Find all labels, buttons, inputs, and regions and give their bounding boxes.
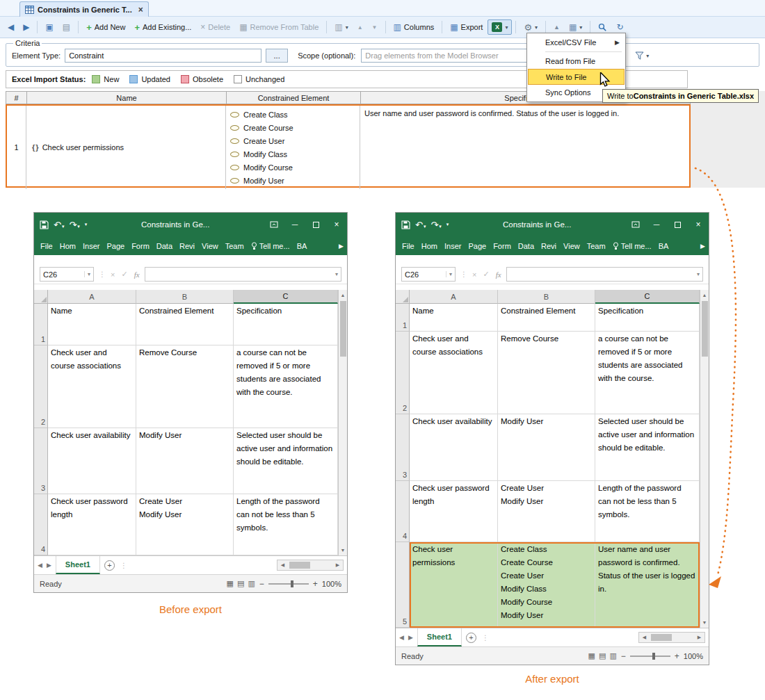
cell-b3[interactable]: Modify User [136,428,234,494]
ribbon-tab-formulas[interactable]: Form [490,242,515,250]
column-header-a[interactable]: A [48,290,136,304]
scrollbar-thumb[interactable] [651,634,672,641]
cell-c3[interactable]: Selected user should be active user and … [234,428,338,494]
move-up-button[interactable]: ▲ [353,22,367,33]
row-header[interactable]: 1 [34,304,48,345]
row-header[interactable]: 2 [34,345,48,428]
cell-c2[interactable]: a course can not be removed if 5 or more… [595,332,700,414]
row-header[interactable]: 2 [396,332,410,414]
back-button[interactable]: ◀ [3,20,18,34]
select-all-corner[interactable] [396,290,410,304]
zoom-percent[interactable]: 100% [322,580,341,588]
ribbon-tab-view[interactable]: View [198,242,222,250]
ribbon-tab-insert[interactable]: Inser [79,242,103,250]
zoom-out-button[interactable]: − [259,579,264,589]
row-header[interactable]: 5 [396,542,410,628]
row-header[interactable]: 4 [396,481,410,542]
cell-a1[interactable]: Name [410,304,498,332]
constrained-element-item[interactable]: Modify Class [230,147,355,161]
scrollbar-thumb[interactable] [340,301,346,357]
cell-a4[interactable]: Check user password length [410,481,498,542]
constrained-element-item[interactable]: Create Course [230,121,355,134]
menu-item-excel-csv-file[interactable]: Excel/CSV File▶ [528,35,625,50]
move-down-button[interactable]: ▼ [368,22,382,33]
columns-button[interactable]: ▥Columns [389,20,439,34]
save-icon[interactable] [40,220,49,229]
cell-a2[interactable]: Check user and course associations [410,332,498,414]
cancel-icon[interactable]: × [472,270,476,279]
column-header-name[interactable]: Name [27,92,227,104]
zoom-slider-thumb[interactable] [291,580,293,587]
row-number-cell[interactable]: 1 [7,106,26,189]
add-existing-button[interactable]: +Add Existing... [130,20,195,35]
enter-icon[interactable]: ✓ [121,270,127,279]
constrained-element-item[interactable]: Modify User [230,174,355,187]
column-header-a[interactable]: A [410,290,498,304]
ribbon-tab-view[interactable]: View [560,242,583,250]
zoom-out-button[interactable]: − [621,651,626,661]
remove-from-table-button[interactable]: ▦Remove From Table [235,20,323,34]
filter-button[interactable]: ▾ [635,51,649,60]
cell-c4[interactable]: Length of the password can not be less t… [595,481,700,542]
zoom-slider[interactable] [630,656,670,657]
sheet-nav-prev-icon[interactable]: ◀ [399,634,404,641]
sheet-nav-next-icon[interactable]: ▶ [408,634,413,641]
ribbon-tab-page-layout[interactable]: Page [465,242,490,250]
cell-b2[interactable]: Remove Course [136,345,234,428]
formula-input[interactable]: ▾ [145,267,341,282]
sheet-tab[interactable]: Sheet1 [417,628,462,646]
scroll-left-icon[interactable]: ◀ [277,560,288,570]
ribbon-tab-page-layout[interactable]: Page [103,242,128,250]
normal-view-icon[interactable]: ▦ [227,579,234,588]
sheet-tab[interactable]: Sheet1 [56,556,100,574]
page-layout-view-icon[interactable]: ▤ [237,579,244,588]
select-all-corner[interactable] [34,290,48,304]
report-button[interactable]: ▤ [58,20,74,34]
constrained-element-item[interactable]: Modify Course [230,161,355,174]
row-header[interactable]: 1 [396,304,410,332]
cell-b2[interactable]: Remove Course [498,332,595,414]
scrollbar-thumb[interactable] [702,301,708,357]
scroll-right-icon[interactable]: ▶ [694,633,704,642]
maximize-button[interactable] [667,213,688,236]
zoom-in-button[interactable]: + [675,651,679,661]
constrained-element-cell[interactable]: Create Class Create Course Create User M… [226,106,360,189]
element-type-input[interactable] [65,49,261,63]
export-button[interactable]: ▦Export [446,20,487,34]
vertical-scrollbar[interactable]: ▲ ▼ [338,290,347,555]
tell-me-tab[interactable]: Tell me... [609,242,655,250]
ribbon-tab-formulas[interactable]: Form [128,242,153,250]
ribbon-tab-ba[interactable]: BA [293,242,311,250]
insert-function-icon[interactable]: fx [496,270,501,279]
tab-constraints-table[interactable]: Constraints in Generic T... × [19,1,149,17]
cell-b5[interactable]: Create Class Create Course Create User M… [498,542,595,628]
ribbon-tab-review[interactable]: Revi [538,242,560,250]
column-header-constrained[interactable]: Constrained Element [227,92,361,104]
more-tabs-icon[interactable]: ▶ [339,243,346,250]
ribbon-display-button[interactable] [264,213,284,236]
zoom-percent[interactable]: 100% [684,652,703,660]
page-break-view-icon[interactable]: ▥ [609,651,616,660]
ribbon-tab-team[interactable]: Team [222,242,248,250]
zoom-slider[interactable] [268,583,309,585]
cell-b3[interactable]: Modify User [498,414,595,481]
new-sheet-button[interactable]: + [466,633,476,643]
browse-button[interactable]: ... [266,49,288,63]
menu-item-read-from-file[interactable]: Read from File [528,54,625,69]
ribbon-display-button[interactable] [625,213,646,236]
row-header[interactable]: 4 [34,494,48,555]
cell-c5[interactable]: User name and user password is confirmed… [595,542,700,628]
cell-a1[interactable]: Name [48,304,136,345]
ribbon-tab-insert[interactable]: Inser [441,242,465,250]
column-header-b[interactable]: B [498,290,595,304]
zoom-slider-thumb[interactable] [652,653,655,660]
view-mode-button[interactable]: ▦▾ [565,20,586,34]
normal-view-icon[interactable]: ▦ [588,651,595,660]
constrained-element-item[interactable]: Create Class [230,108,355,121]
formula-input[interactable]: ▾ [506,267,703,282]
cell-c1[interactable]: Specification [595,304,700,332]
column-header-num[interactable]: # [6,92,27,104]
cancel-icon[interactable]: × [111,270,115,279]
column-header-b[interactable]: B [136,290,234,304]
column-header-c[interactable]: C [595,290,700,304]
